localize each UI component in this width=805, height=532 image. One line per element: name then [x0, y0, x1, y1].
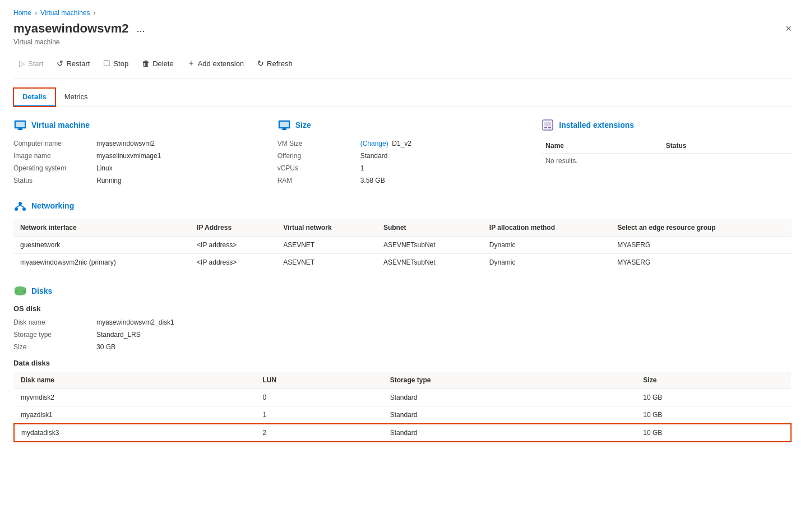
restart-button[interactable]: ↺ Restart	[51, 55, 95, 71]
size-section: Size VM Size (Change) D1_v2 Offering Sta…	[277, 118, 528, 186]
networking-cell-1-5: MYASERG	[610, 254, 792, 271]
breadcrumb-home[interactable]: Home	[13, 9, 31, 17]
disks-section-header: Disks	[13, 284, 792, 298]
svg-rect-9	[544, 122, 551, 126]
svg-rect-3	[17, 129, 23, 130]
vm-icon	[13, 118, 27, 132]
net-edge-rg-col: Select an edge resource group	[610, 219, 792, 237]
networking-row-1: myasewindowsvm2nic (primary)<IP address>…	[13, 254, 792, 271]
vm-section-title: Virtual machine	[31, 121, 90, 129]
svg-point-12	[18, 202, 22, 205]
size-icon	[277, 118, 291, 132]
networking-cell-0-2: ASEVNET	[276, 237, 377, 254]
vcpus-label: vCPUs	[277, 163, 356, 173]
stop-label: Stop	[113, 59, 128, 68]
svg-point-20	[15, 286, 26, 291]
tab-details[interactable]: Details	[13, 88, 55, 107]
ram-label: RAM	[277, 175, 356, 186]
os-label: Operating system	[13, 163, 92, 173]
add-extension-button[interactable]: ＋ Add extension	[182, 55, 249, 72]
refresh-label: Refresh	[267, 59, 293, 68]
virtual-machine-section: Virtual machine Computer name myasewindo…	[13, 118, 264, 186]
vcpus-value: 1	[360, 163, 528, 173]
add-extension-label: Add extension	[198, 59, 244, 68]
dd-cell-2-2: Standard	[383, 424, 637, 442]
delete-button[interactable]: 🗑 Delete	[136, 55, 179, 71]
close-button[interactable]: ×	[785, 23, 792, 35]
net-interface-col: Network interface	[13, 219, 190, 237]
ellipsis-button[interactable]: ...	[133, 22, 148, 36]
os-disk-size-value: 30 GB	[96, 342, 792, 352]
svg-line-15	[16, 205, 20, 207]
page-title: myasewindowsvm2	[13, 21, 128, 36]
data-disk-row-0: myvmdisk20Standard10 GB	[14, 389, 791, 406]
svg-point-14	[22, 207, 26, 211]
size-info-grid: VM Size (Change) D1_v2 Offering Standard…	[277, 138, 528, 186]
svg-rect-2	[18, 128, 22, 129]
dd-lun-col: LUN	[256, 372, 383, 389]
dd-cell-2-1: 2	[256, 424, 383, 442]
refresh-icon: ↻	[257, 59, 264, 68]
net-vnet-col: Virtual network	[276, 219, 377, 237]
restart-icon: ↺	[57, 59, 63, 68]
delete-icon: 🗑	[142, 59, 150, 68]
tabs: Details Metrics	[13, 88, 792, 107]
start-button[interactable]: ▷ Start	[13, 55, 49, 71]
add-extension-icon: ＋	[187, 58, 195, 68]
networking-section-title: Networking	[31, 201, 74, 210]
svg-point-19	[15, 291, 26, 295]
disks-section-title: Disks	[31, 286, 52, 295]
networking-cell-1-4: Dynamic	[483, 254, 610, 271]
start-label: Start	[28, 59, 43, 68]
vm-size-change-link[interactable]: (Change)	[360, 140, 388, 147]
net-allocation-col: IP allocation method	[483, 219, 610, 237]
vm-section-header: Virtual machine	[13, 118, 264, 132]
ext-status-col: Status	[661, 138, 792, 154]
svg-rect-1	[16, 122, 25, 127]
stop-button[interactable]: ☐ Stop	[98, 55, 134, 71]
toolbar: ▷ Start ↺ Restart ☐ Stop 🗑 Delete ＋ Add …	[13, 55, 792, 79]
refresh-button[interactable]: ↻ Refresh	[252, 55, 298, 71]
breadcrumb: Home › Virtual machines ›	[13, 9, 792, 17]
dd-name-col: Disk name	[14, 372, 256, 389]
restart-label: Restart	[66, 59, 90, 68]
disks-section: Disks OS disk Disk name myasewindowsvm2_…	[13, 284, 792, 442]
breadcrumb-sep2: ›	[94, 9, 96, 17]
dd-cell-0-2: Standard	[383, 389, 637, 406]
networking-cell-0-0: guestnetwork	[13, 237, 190, 254]
status-value: Running	[96, 175, 264, 186]
svg-point-13	[15, 207, 18, 211]
ram-value: 3.58 GB	[360, 175, 528, 186]
svg-rect-7	[281, 129, 287, 130]
breadcrumb-sep1: ›	[35, 9, 37, 17]
image-name-value: myaselinuxvmimage1	[96, 151, 264, 161]
vm-size-val: D1_v2	[392, 140, 411, 147]
os-disk-title: OS disk	[13, 304, 792, 313]
data-disks-table: Disk name LUN Storage type Size myvmdisk…	[13, 372, 792, 442]
net-ip-col: IP Address	[190, 219, 276, 237]
networking-row-0: guestnetwork<IP address>ASEVNETASEVNETsu…	[13, 237, 792, 254]
dd-cell-2-0: mydatadisk3	[14, 424, 256, 442]
dd-cell-0-1: 0	[256, 389, 383, 406]
storage-type-label: Storage type	[13, 330, 92, 340]
breadcrumb-virtual-machines[interactable]: Virtual machines	[40, 9, 90, 17]
dd-cell-0-3: 10 GB	[636, 389, 791, 406]
status-label: Status	[13, 175, 92, 186]
dd-cell-1-3: 10 GB	[636, 406, 791, 424]
tab-metrics[interactable]: Metrics	[55, 88, 97, 107]
networking-cell-0-3: ASEVNETsubNet	[377, 237, 483, 254]
computer-name-label: Computer name	[13, 138, 92, 149]
size-section-header: Size	[277, 118, 528, 132]
extensions-section-title: Installed extensions	[559, 121, 634, 129]
dd-size-col: Size	[636, 372, 791, 389]
vm-size-value: (Change) D1_v2	[360, 138, 528, 149]
offering-value: Standard	[360, 151, 528, 161]
disk-name-value: myasewindowsvm2_disk1	[96, 317, 792, 327]
start-icon: ▷	[19, 59, 25, 68]
networking-cell-1-0: myasewindowsvm2nic (primary)	[13, 254, 190, 271]
image-name-label: Image name	[13, 151, 92, 161]
dd-storage-col: Storage type	[383, 372, 637, 389]
ext-name-col: Name	[541, 138, 661, 154]
dd-cell-2-3: 10 GB	[636, 424, 791, 442]
networking-cell-1-2: ASEVNET	[276, 254, 377, 271]
